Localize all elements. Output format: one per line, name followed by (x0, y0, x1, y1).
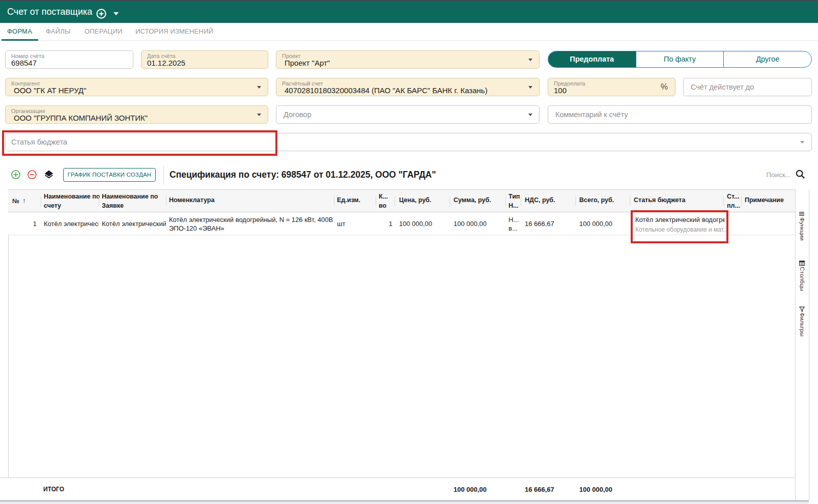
col-vat[interactable]: НДС, руб. (525, 197, 576, 204)
bank-account-value: 40702810180320003484 (ПАО "АК БАРС" БАНК… (285, 86, 488, 95)
col-nomenclature[interactable]: Номенклатура (169, 197, 334, 204)
add-row-icon[interactable] (11, 170, 20, 179)
col-name-invoice[interactable]: Наименование посчету (44, 192, 99, 210)
sort-asc-icon: ↑ (22, 197, 26, 205)
column-divider (723, 197, 724, 206)
col-unit[interactable]: Ед.изм. (337, 197, 376, 204)
annotation-budget-field (2, 130, 277, 156)
invoice-date-value: 01.12.2025 (147, 59, 185, 67)
column-divider (449, 197, 450, 206)
toolbar-divider (163, 165, 164, 185)
col-status-pay[interactable]: Ст...пл... (727, 192, 742, 210)
prepayment-percent-value: 100 (554, 86, 567, 95)
project-value: Проект "Арт" (285, 59, 330, 67)
counterparty-select[interactable]: Контрагент ООО "ГК АТ НЕРУД" (5, 78, 268, 96)
col-budget[interactable]: Статья бюджета (634, 197, 724, 204)
payment-type-by-fact[interactable]: По факту (636, 51, 724, 67)
filter-icon (799, 306, 805, 312)
percent-sign: % (661, 82, 668, 92)
cell-name-request: Котёл электрический (102, 220, 166, 228)
prepayment-percent-field[interactable]: Предоплата 100 % (548, 78, 675, 96)
tabs-bar: ФОРМА ФАЙЛЫ ОПЕРАЦИИ ИСТОРИЯ ИЗМЕНЕНИЙ (0, 23, 818, 41)
column-divider (376, 197, 376, 206)
page-title: Счет от поставщика (7, 1, 92, 23)
col-vat-type[interactable]: ТипН... (509, 192, 521, 210)
totals-total: 100 000,00 (579, 486, 631, 493)
organization-select[interactable]: Организация ООО "ГРУППА КОМПАНИЙ ЗОНТИК" (5, 105, 268, 124)
payment-type-prepaid[interactable]: Предоплата (548, 51, 636, 67)
totals-vat: 16 666,67 (525, 486, 576, 493)
invoice-date-field[interactable]: Дата счёта 01.12.2025 (141, 50, 268, 69)
cell-total: 100 000,00 (579, 220, 631, 228)
cell-vat-type: Н...в... (509, 215, 521, 233)
project-select[interactable]: Проект Проект "Арт" (276, 50, 540, 69)
invoice-number-value: 698547 (11, 59, 37, 67)
column-divider (394, 197, 395, 206)
chevron-down-icon (800, 141, 804, 144)
col-price[interactable]: Цена, руб. (399, 197, 451, 204)
cell-nomenclature: Котёл электрический водогрейный, N = 126… (169, 215, 334, 233)
column-divider (575, 197, 576, 206)
side-columns-label: Столбцы (799, 267, 805, 291)
col-num[interactable]: №↑ (12, 197, 41, 205)
comment-placeholder: Комментарий к счёту (555, 106, 628, 123)
tab-files[interactable]: ФАЙЛЫ (46, 23, 71, 40)
cell-num: 1 (12, 220, 41, 228)
column-divider (99, 197, 99, 206)
annotation-budget-cell (631, 210, 728, 243)
comment-field[interactable]: Комментарий к счёту (548, 105, 812, 124)
column-divider (630, 197, 630, 206)
valid-until-placeholder: Счёт действует до (691, 78, 754, 96)
app-header: Счет от поставщика (0, 1, 818, 23)
columns-icon (799, 261, 805, 266)
active-tab-underline (2, 39, 38, 41)
title-dropdown-caret[interactable] (114, 12, 119, 15)
search-input[interactable]: Поиск... (731, 171, 791, 179)
col-sum[interactable]: Сумма, руб. (454, 197, 506, 204)
chevron-down-icon (528, 114, 532, 116)
totals-label: ИТОГО (43, 486, 64, 493)
tab-form[interactable]: ФОРМА (7, 23, 32, 40)
invoice-number-field[interactable]: Номер счёта 698547 (5, 50, 133, 69)
page: Счет от поставщика ФОРМА ФАЙЛЫ ОПЕРАЦИИ … (0, 0, 818, 504)
col-note[interactable]: Примечание (745, 197, 796, 204)
payment-type-switch: Предоплата По факту Другое (548, 51, 812, 68)
payment-type-other[interactable]: Другое (723, 51, 811, 67)
cell-vat: 16 666,67 (525, 220, 576, 228)
col-name-request[interactable]: Наименование поЗаявке (102, 192, 166, 210)
cell-unit: шт (337, 220, 376, 228)
delivery-schedule-button[interactable]: ГРАФИК ПОСТАВКИ СОЗДАН (63, 168, 156, 182)
bottom-strip-light (0, 502, 809, 504)
layers-icon[interactable] (44, 170, 53, 179)
cell-name-invoice: Котёл электрический (44, 220, 99, 228)
column-divider (334, 197, 334, 206)
tab-operations[interactable]: ОПЕРАЦИИ (84, 23, 123, 40)
chevron-down-icon (528, 59, 532, 61)
menu-icon (799, 212, 804, 216)
column-divider (521, 197, 521, 206)
cell-qty: 1 (376, 220, 394, 228)
totals-sum: 100 000,00 (454, 486, 506, 493)
chevron-down-icon (257, 114, 261, 116)
add-record-icon[interactable] (96, 9, 106, 19)
table-header: №↑ Наименование посчету Наименование поЗ… (8, 189, 795, 212)
remove-row-icon[interactable] (27, 170, 37, 179)
col-qty[interactable]: К...во (376, 192, 396, 210)
valid-until-field[interactable]: Счёт действует до (683, 78, 812, 96)
contract-placeholder: Договор (284, 106, 312, 123)
totals-row: ИТОГО 100 000,00 16 666,67 100 000,00 (0, 478, 795, 500)
chevron-down-icon (257, 86, 261, 89)
column-divider (166, 197, 166, 206)
chevron-down-icon (528, 86, 532, 89)
column-divider (41, 197, 41, 206)
column-divider (505, 197, 506, 206)
cell-sum: 100 000,00 (454, 220, 506, 228)
side-functions-label: Функции (799, 217, 805, 240)
bank-account-select[interactable]: Расчётный счет 40702810180320003484 (ПАО… (276, 78, 540, 96)
contract-select[interactable]: Договор (276, 105, 540, 124)
search-icon[interactable] (796, 170, 806, 180)
tab-history[interactable]: ИСТОРИЯ ИЗМЕНЕНИЙ (135, 23, 213, 40)
column-divider (741, 197, 742, 206)
col-total[interactable]: Всего, руб. (579, 197, 631, 204)
side-filters-label: Фильтры (799, 313, 805, 337)
